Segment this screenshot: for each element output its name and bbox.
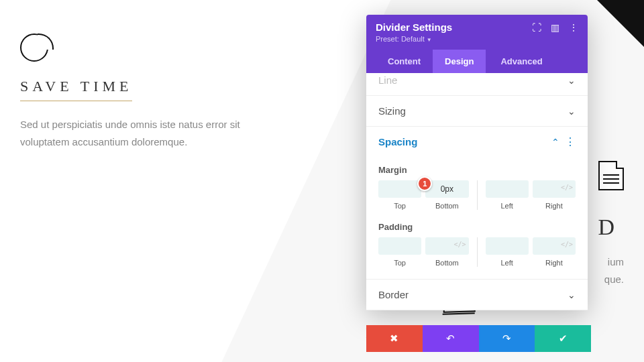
corner-decor: [597, 0, 644, 47]
padding-top-input[interactable]: [378, 237, 421, 255]
tab-content[interactable]: Content: [376, 50, 433, 73]
kebab-icon[interactable]: ⋮: [565, 137, 576, 147]
label-top: Top: [378, 259, 421, 267]
padding-bottom-input[interactable]: [425, 237, 468, 255]
undo-button[interactable]: ↶: [423, 325, 479, 352]
panel-action-bar: ✖ ↶ ↷ ✔: [366, 325, 591, 352]
label-top: Top: [378, 202, 421, 210]
document-icon: [598, 161, 624, 190]
panel-body: Line ⌄ Sizing ⌄ Spacing ⌃ ⋮ Margin Top: [366, 73, 588, 310]
section-padding: Padding </> Top Bottom </>: [366, 222, 588, 279]
padding-right-input[interactable]: [533, 237, 576, 255]
padding-left-input[interactable]: [486, 237, 529, 255]
margin-top-input[interactable]: [378, 180, 421, 198]
label-right: Right: [533, 259, 576, 267]
label-padding: Padding: [378, 222, 576, 232]
panel-title: Divider Settings: [376, 21, 452, 33]
label-bottom: Bottom: [425, 259, 468, 267]
tab-design[interactable]: Design: [433, 50, 486, 73]
feature-save-time: SAVE TIME Sed ut perspiciatis unde omnis…: [20, 34, 262, 150]
kebab-icon[interactable]: ⋮: [569, 22, 578, 33]
label-margin: Margin: [378, 165, 576, 175]
caret-down-icon: ▼: [427, 37, 432, 43]
chevron-down-icon: ⌄: [568, 75, 576, 86]
row-line[interactable]: Line ⌄: [366, 73, 588, 96]
pie-chart-icon: [20, 34, 48, 62]
heading-save-time: SAVE TIME: [20, 78, 132, 101]
columns-icon[interactable]: ▥: [551, 22, 559, 33]
row-sizing[interactable]: Sizing ⌄: [366, 96, 588, 127]
label-left: Left: [486, 259, 529, 267]
row-spacing[interactable]: Spacing ⌃ ⋮: [366, 127, 588, 157]
row-border[interactable]: Border ⌄: [366, 279, 588, 310]
chevron-down-icon: ⌄: [568, 106, 576, 117]
margin-left-input[interactable]: [486, 180, 529, 198]
confirm-button[interactable]: ✔: [535, 325, 591, 352]
section-margin: Margin Top 1 Bottom </>: [366, 157, 588, 222]
label-left: Left: [486, 202, 529, 210]
preset-selector[interactable]: Preset: Default▼: [376, 33, 578, 50]
expand-icon[interactable]: ⛶: [532, 22, 541, 33]
label-bottom: Bottom: [425, 202, 468, 210]
chevron-up-icon: ⌃: [551, 137, 559, 147]
body-save-time: Sed ut perspiciatis unde omnis iste natu…: [20, 116, 248, 150]
panel-tabs: Content Design Advanced: [376, 50, 578, 73]
settings-panel: Divider Settings ⛶ ▥ ⋮ Preset: Default▼ …: [366, 15, 588, 310]
label-right: Right: [533, 202, 576, 210]
redo-button[interactable]: ↷: [479, 325, 535, 352]
panel-header: Divider Settings ⛶ ▥ ⋮ Preset: Default▼ …: [366, 15, 588, 73]
margin-right-input[interactable]: [533, 180, 576, 198]
tab-advanced[interactable]: Advanced: [488, 50, 554, 73]
cancel-button[interactable]: ✖: [366, 325, 423, 352]
chevron-down-icon: ⌄: [568, 290, 576, 300]
